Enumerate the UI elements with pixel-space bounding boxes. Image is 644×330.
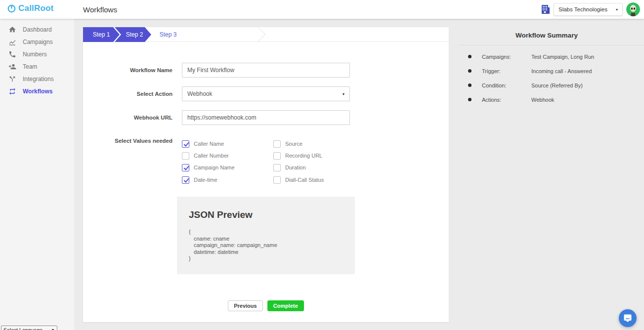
chat-launcher-button[interactable]	[619, 309, 637, 327]
phone-icon	[8, 50, 16, 58]
repeat-icon	[8, 87, 16, 95]
callroot-logo[interactable]: CallRoot	[7, 3, 53, 13]
summary-row-condition: Condition: Source (Referred By)	[459, 78, 644, 92]
date-time-checkbox[interactable]	[182, 176, 189, 184]
json-line: campaign_name: campaign_name	[189, 242, 355, 249]
wizard-chevron-outline	[251, 27, 266, 42]
chevron-down-icon: ▾	[616, 7, 618, 12]
checkbox-label: Date-time	[194, 177, 217, 183]
bullet-icon	[468, 83, 472, 87]
sidebar-item-label: Dashboard	[23, 26, 52, 33]
source-checkbox[interactable]	[273, 140, 281, 148]
workflow-summary-panel: Workflow Summary Campaigns: Test Campaig…	[459, 27, 644, 107]
workflows-page: { "header": { "brand": "CallRoot", "titl…	[0, 0, 644, 330]
sidebar: Dashboard Campaigns Numbers Team Integra…	[0, 19, 74, 330]
summary-value: Test Campaign, Long Run	[531, 54, 594, 60]
sidebar-item-label: Team	[23, 63, 37, 70]
summary-row-trigger: Trigger: Incoming call - Answered	[459, 64, 644, 78]
step-wizard: Step 1 Step 2 Step 3	[83, 27, 449, 42]
sidebar-item-label: Campaigns	[23, 39, 53, 45]
caller-name-checkbox[interactable]	[182, 140, 189, 148]
summary-label: Condition:	[482, 82, 507, 88]
home-icon	[8, 26, 16, 34]
language-selector-value: Select Language	[3, 327, 48, 330]
chevron-down-icon: ▼	[51, 328, 55, 330]
summary-label: Campaigns:	[482, 54, 511, 60]
checkbox-label: Source	[285, 141, 302, 147]
action-select[interactable]: Webhook ▾	[182, 86, 350, 101]
chevron-down-icon: ▾	[343, 92, 344, 96]
checkbox-row-caller-number: Caller Number	[182, 152, 229, 160]
wizard-step-1[interactable]: Step 1	[83, 27, 120, 42]
language-selector[interactable]: Select Language ▼	[1, 326, 57, 330]
json-preview-panel: JSON Preview { cname: cname campaign_nam…	[177, 197, 355, 274]
top-header: CallRoot Workflows Slabs Technologies ▾	[0, 0, 644, 19]
sidebar-item-integrations[interactable]: Integrations	[0, 73, 74, 85]
checkbox-row-date-time: Date-time	[182, 176, 217, 184]
checkbox-label: Duration	[285, 165, 306, 170]
summary-row-actions: Actions: Webhook	[459, 92, 644, 107]
summary-label: Trigger:	[482, 68, 501, 74]
account-selector-value: Slabs Technologies	[558, 6, 613, 12]
bullet-icon	[468, 55, 472, 58]
chart-icon	[8, 38, 16, 46]
workflow-name-input[interactable]	[182, 63, 350, 78]
json-preview-content: { cname: cname campaign_name: campaign_n…	[189, 229, 355, 262]
duration-checkbox[interactable]	[273, 164, 281, 171]
sidebar-item-label: Workflows	[23, 88, 52, 95]
summary-row-campaigns: Campaigns: Test Campaign, Long Run	[459, 49, 644, 64]
checkbox-label: Campaign Name	[194, 165, 235, 170]
json-line: cname: cname	[189, 236, 355, 243]
person-add-icon	[8, 63, 16, 71]
complete-button[interactable]: Complete	[267, 300, 304, 311]
page-title: Workflows	[83, 5, 117, 14]
summary-value: Incoming call - Answered	[531, 68, 592, 74]
webhook-url-label: Webhook URL	[83, 110, 172, 125]
sidebar-item-campaigns[interactable]: Campaigns	[0, 36, 74, 48]
bullet-icon	[468, 69, 472, 73]
checkbox-label: Diall-Call Status	[285, 177, 324, 183]
call-split-icon	[8, 75, 16, 83]
brand-name: CallRoot	[18, 3, 53, 13]
checkbox-row-source: Source	[273, 140, 302, 148]
checkbox-row-duration: Duration	[273, 164, 306, 171]
recording-url-checkbox[interactable]	[273, 152, 281, 160]
action-select-value: Webhook	[187, 90, 340, 97]
workflow-editor-card: Step 1 Step 2 Step 3 Workflow Name Selec…	[83, 27, 449, 322]
wizard-step-2[interactable]: Step 2	[115, 27, 151, 42]
account-selector[interactable]: Slabs Technologies ▾	[554, 3, 623, 16]
json-line: }	[189, 255, 355, 262]
workflow-summary-title: Workflow Summary	[459, 27, 635, 39]
bullet-icon	[468, 98, 472, 101]
summary-value: Source (Referred By)	[531, 82, 583, 88]
callroot-logo-icon	[7, 4, 16, 13]
summary-value: Webhook	[531, 97, 554, 103]
select-action-label: Select Action	[83, 86, 172, 101]
json-preview-title: JSON Preview	[189, 209, 355, 220]
building-icon	[540, 3, 552, 15]
user-avatar[interactable]	[626, 2, 640, 16]
summary-divider	[459, 45, 644, 45]
workflow-name-label: Workflow Name	[83, 63, 172, 78]
checkbox-row-caller-name: Caller Name	[182, 140, 224, 148]
values-needed-label: Select Values needed	[83, 137, 172, 144]
wizard-button-row: Previous Complete	[83, 300, 449, 311]
checkbox-label: Caller Number	[194, 153, 229, 159]
sidebar-item-workflows[interactable]: Workflows	[0, 85, 74, 97]
checkbox-row-campaign-name: Campaign Name	[182, 164, 235, 171]
sidebar-item-team[interactable]: Team	[0, 60, 74, 73]
chat-bubble-icon	[623, 313, 633, 323]
campaign-name-checkbox[interactable]	[182, 164, 189, 171]
diall-call-status-checkbox[interactable]	[273, 176, 281, 184]
sidebar-item-numbers[interactable]: Numbers	[0, 48, 74, 60]
checkbox-label: Recording URL	[285, 153, 322, 159]
wizard-step-3[interactable]: Step 3	[152, 27, 184, 42]
previous-button[interactable]: Previous	[228, 300, 262, 311]
caller-number-checkbox[interactable]	[182, 152, 189, 160]
checkbox-label: Caller Name	[194, 141, 224, 147]
sidebar-item-dashboard[interactable]: Dashboard	[0, 23, 74, 36]
json-line: datetime: datetime	[189, 249, 355, 256]
checkbox-row-diall-call-status: Diall-Call Status	[273, 176, 324, 184]
sidebar-item-label: Integrations	[23, 76, 54, 82]
webhook-url-input[interactable]	[182, 110, 350, 125]
